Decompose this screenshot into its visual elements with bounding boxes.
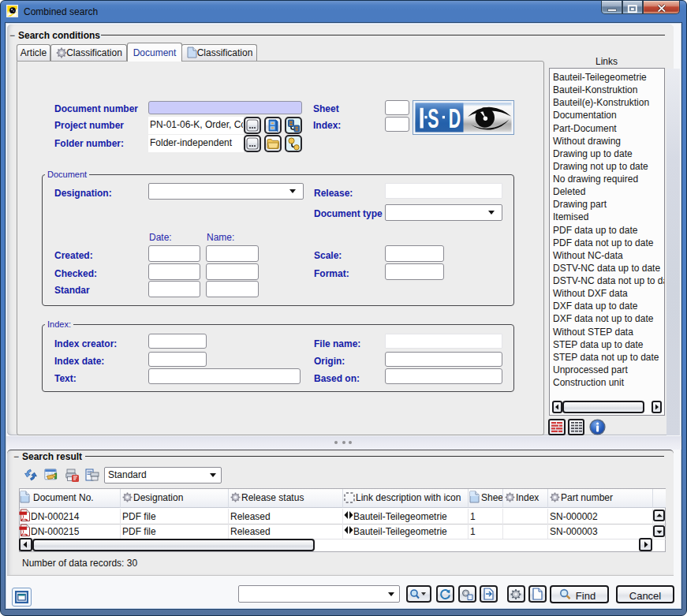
svg-text:D: D [449,103,461,134]
svg-text:S: S [428,103,439,134]
